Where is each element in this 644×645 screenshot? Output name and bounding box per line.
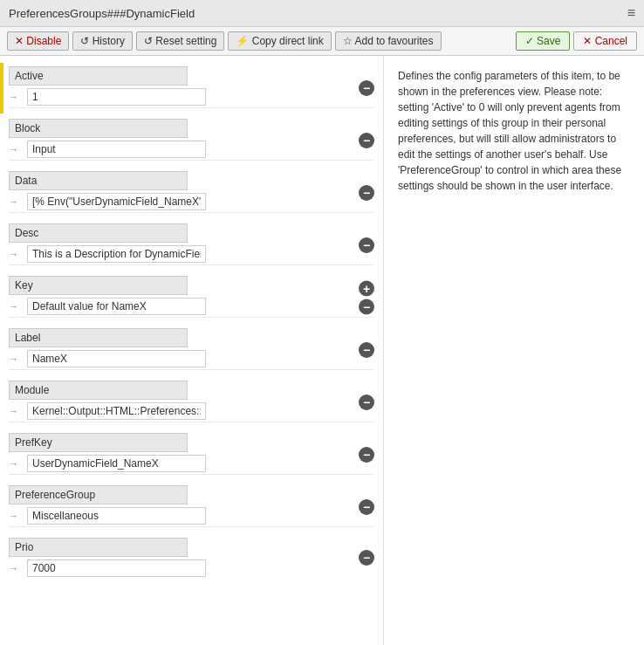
field-label-active: Active: [9, 66, 188, 86]
field-label-data: Data: [9, 171, 188, 190]
field-label-prio: Prio: [9, 538, 188, 557]
copy-link-button[interactable]: ⚡ Copy direct link: [228, 31, 331, 51]
field-arrow-icon: →: [9, 353, 23, 364]
reset-button[interactable]: ↺ Reset setting: [136, 31, 224, 51]
disable-button[interactable]: ✕ Disable: [7, 31, 69, 51]
field-arrow-icon: →: [9, 92, 23, 102]
field-label-prefkey: PrefKey: [9, 433, 188, 452]
field-actions: −: [359, 237, 374, 253]
cancel-button[interactable]: ✕ Cancel: [573, 31, 637, 51]
field-row: →: [9, 141, 374, 158]
right-panel: Defines the config parameters of this it…: [384, 56, 644, 645]
field-actions: −: [359, 133, 374, 148]
field-group-prio: Prio→−: [0, 534, 383, 580]
highlight-bar: [0, 63, 3, 113]
field-input-module[interactable]: [27, 402, 206, 420]
history-button[interactable]: ↺ History: [72, 31, 133, 51]
remove-item-button[interactable]: −: [359, 299, 374, 315]
field-input-active[interactable]: [27, 88, 206, 106]
remove-item-button[interactable]: −: [359, 499, 374, 515]
save-button[interactable]: ✓ Save: [516, 31, 571, 51]
field-arrow-icon: →: [9, 249, 23, 259]
left-panel: Active→−Block→−Data→−Desc→−Key→+−Label→−…: [0, 56, 384, 645]
field-row: →: [9, 193, 374, 210]
field-group-block: Block→−: [0, 115, 383, 166]
field-label-module: Module: [9, 381, 188, 400]
field-actions: −: [359, 447, 374, 463]
field-input-preferencegroup[interactable]: [27, 507, 206, 525]
field-row: →: [9, 350, 374, 367]
field-input-data[interactable]: [27, 193, 206, 210]
field-actions: −: [359, 395, 374, 410]
field-row: →: [9, 559, 374, 577]
field-label-label: Label: [9, 328, 188, 347]
title-bar: PreferencesGroups###DynamicField ≡: [0, 0, 644, 27]
field-row: →: [9, 245, 374, 263]
field-actions: −: [359, 342, 374, 358]
field-input-prio[interactable]: [27, 559, 206, 577]
field-row: →: [9, 402, 374, 420]
toolbar: ✕ Disable ↺ History ↺ Reset setting ⚡ Co…: [0, 27, 644, 56]
field-arrow-icon: →: [9, 406, 23, 416]
field-group-key: Key→+−: [0, 272, 383, 323]
field-row: →: [9, 455, 374, 472]
field-input-prefkey[interactable]: [27, 455, 206, 472]
field-group-label: Label→−: [0, 325, 383, 375]
hamburger-icon[interactable]: ≡: [627, 5, 635, 21]
field-arrow-icon: →: [9, 458, 23, 469]
field-input-key[interactable]: [27, 298, 206, 315]
field-group-active: Active→−: [0, 63, 383, 113]
remove-item-button[interactable]: −: [359, 550, 374, 566]
field-actions: +−: [359, 281, 374, 315]
favourites-button[interactable]: ☆ Add to favourites: [335, 31, 442, 51]
field-label-preferencegroup: PreferenceGroup: [9, 485, 188, 504]
field-actions: −: [359, 550, 374, 566]
field-group-preferencegroup: PreferenceGroup→−: [0, 482, 383, 532]
field-actions: −: [359, 185, 374, 201]
add-item-button[interactable]: +: [359, 281, 374, 297]
field-arrow-icon: →: [9, 301, 23, 312]
field-label-block: Block: [9, 119, 188, 138]
field-row: →: [9, 88, 374, 106]
remove-item-button[interactable]: −: [359, 80, 374, 96]
field-actions: −: [359, 499, 374, 515]
field-arrow-icon: →: [9, 144, 23, 154]
field-group-module: Module→−: [0, 377, 383, 428]
remove-item-button[interactable]: −: [359, 342, 374, 358]
field-arrow-icon: →: [9, 196, 23, 207]
field-group-prefkey: PrefKey→−: [0, 429, 383, 480]
field-arrow-icon: →: [9, 511, 23, 521]
field-label-desc: Desc: [9, 223, 188, 243]
help-text: Defines the config parameters of this it…: [398, 68, 630, 194]
remove-item-button[interactable]: −: [359, 185, 374, 201]
field-row: →: [9, 507, 374, 525]
field-input-desc[interactable]: [27, 245, 206, 263]
remove-item-button[interactable]: −: [359, 237, 374, 253]
field-group-data: Data→−: [0, 168, 383, 218]
field-arrow-icon: →: [9, 563, 23, 573]
field-input-label[interactable]: [27, 350, 206, 367]
remove-item-button[interactable]: −: [359, 447, 374, 463]
page-title: PreferencesGroups###DynamicField: [9, 7, 195, 20]
field-row: →: [9, 298, 374, 315]
remove-item-button[interactable]: −: [359, 133, 374, 148]
field-label-key: Key: [9, 276, 188, 295]
field-group-desc: Desc→−: [0, 220, 383, 271]
field-actions: −: [359, 80, 374, 96]
remove-item-button[interactable]: −: [359, 395, 374, 410]
field-input-block[interactable]: [27, 141, 206, 158]
